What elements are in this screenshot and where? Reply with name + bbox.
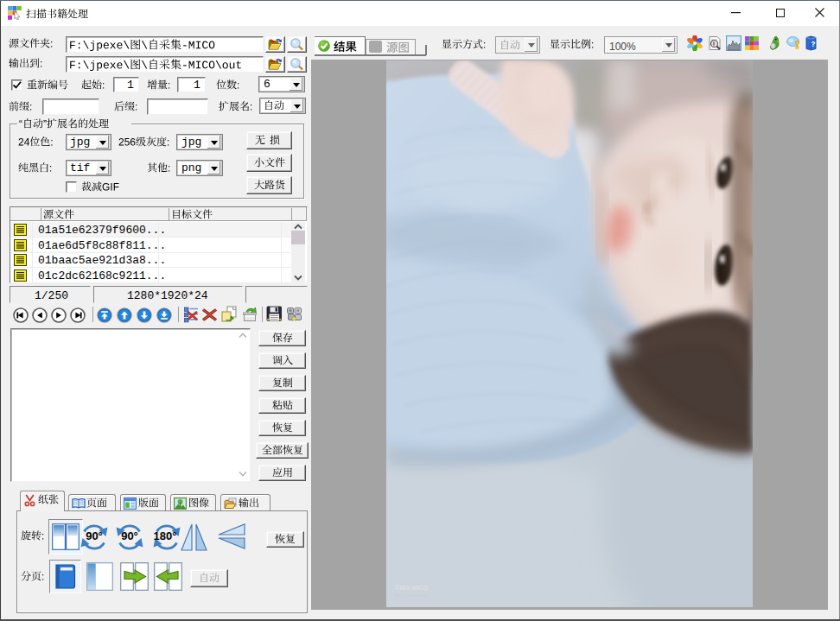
svg-text:?: ? bbox=[811, 40, 815, 48]
svg-text:©MIX.MICO: ©MIX.MICO bbox=[395, 585, 428, 591]
svg-text:PHOTOGRAPH WORKS: PHOTOGRAPH WORKS bbox=[395, 594, 430, 598]
